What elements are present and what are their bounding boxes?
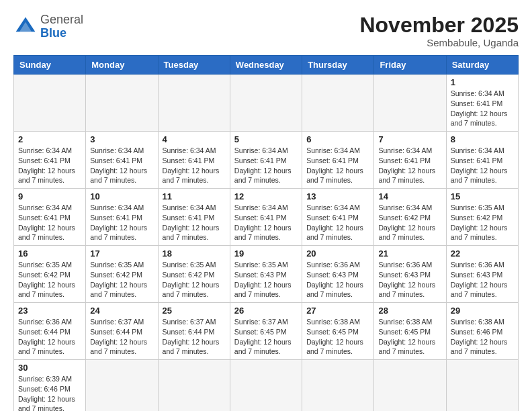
day-cell xyxy=(86,360,158,411)
day-cell xyxy=(374,360,446,411)
day-number: 8 xyxy=(451,134,514,144)
day-info: Sunrise: 6:34 AM Sunset: 6:41 PM Dayligh… xyxy=(234,203,298,242)
week-row-3: 9Sunrise: 6:34 AM Sunset: 6:41 PM Daylig… xyxy=(14,189,519,246)
day-number: 25 xyxy=(163,306,226,316)
week-row-4: 16Sunrise: 6:35 AM Sunset: 6:42 PM Dayli… xyxy=(14,246,519,303)
weekday-header-wednesday: Wednesday xyxy=(230,56,302,75)
day-cell: 10Sunrise: 6:34 AM Sunset: 6:41 PM Dayli… xyxy=(86,189,158,246)
day-number: 9 xyxy=(18,191,81,201)
day-cell: 18Sunrise: 6:35 AM Sunset: 6:42 PM Dayli… xyxy=(158,246,230,303)
day-info: Sunrise: 6:35 AM Sunset: 6:42 PM Dayligh… xyxy=(18,260,81,300)
day-cell xyxy=(446,360,518,411)
day-info: Sunrise: 6:38 AM Sunset: 6:45 PM Dayligh… xyxy=(378,317,441,357)
logo-text: General Blue xyxy=(40,13,83,40)
page-header: General Blue November 2025 Sembabule, Ug… xyxy=(13,13,519,48)
weekday-header-friday: Friday xyxy=(374,56,446,75)
day-number: 30 xyxy=(18,363,81,373)
day-info: Sunrise: 6:36 AM Sunset: 6:43 PM Dayligh… xyxy=(378,260,441,300)
day-info: Sunrise: 6:35 AM Sunset: 6:42 PM Dayligh… xyxy=(451,203,514,242)
day-cell xyxy=(158,75,230,132)
week-row-5: 23Sunrise: 6:36 AM Sunset: 6:44 PM Dayli… xyxy=(14,303,519,360)
day-cell: 15Sunrise: 6:35 AM Sunset: 6:42 PM Dayli… xyxy=(446,189,518,246)
day-info: Sunrise: 6:38 AM Sunset: 6:45 PM Dayligh… xyxy=(306,317,369,357)
day-cell: 13Sunrise: 6:34 AM Sunset: 6:41 PM Dayli… xyxy=(302,189,374,246)
day-number: 29 xyxy=(451,306,514,316)
day-cell: 16Sunrise: 6:35 AM Sunset: 6:42 PM Dayli… xyxy=(14,246,86,303)
day-info: Sunrise: 6:35 AM Sunset: 6:42 PM Dayligh… xyxy=(163,260,226,300)
day-number: 10 xyxy=(90,191,153,201)
day-number: 23 xyxy=(18,306,81,316)
day-cell: 7Sunrise: 6:34 AM Sunset: 6:41 PM Daylig… xyxy=(374,132,446,189)
day-number: 14 xyxy=(378,191,441,201)
day-number: 17 xyxy=(90,248,153,259)
day-cell: 20Sunrise: 6:36 AM Sunset: 6:43 PM Dayli… xyxy=(302,246,374,303)
day-info: Sunrise: 6:34 AM Sunset: 6:41 PM Dayligh… xyxy=(18,146,81,185)
day-number: 4 xyxy=(163,134,226,144)
day-info: Sunrise: 6:35 AM Sunset: 6:42 PM Dayligh… xyxy=(90,260,153,300)
day-cell xyxy=(86,75,158,132)
day-number: 13 xyxy=(306,191,369,201)
day-number: 6 xyxy=(306,134,369,144)
day-number: 20 xyxy=(306,248,369,259)
day-cell: 12Sunrise: 6:34 AM Sunset: 6:41 PM Dayli… xyxy=(230,189,302,246)
day-cell xyxy=(230,75,302,132)
day-info: Sunrise: 6:37 AM Sunset: 6:44 PM Dayligh… xyxy=(163,317,226,357)
day-cell: 28Sunrise: 6:38 AM Sunset: 6:45 PM Dayli… xyxy=(374,303,446,360)
weekday-header-thursday: Thursday xyxy=(302,56,374,75)
day-cell: 19Sunrise: 6:35 AM Sunset: 6:43 PM Dayli… xyxy=(230,246,302,303)
day-cell: 3Sunrise: 6:34 AM Sunset: 6:41 PM Daylig… xyxy=(86,132,158,189)
day-info: Sunrise: 6:34 AM Sunset: 6:41 PM Dayligh… xyxy=(90,146,153,185)
day-number: 3 xyxy=(90,134,153,144)
week-row-6: 30Sunrise: 6:39 AM Sunset: 6:46 PM Dayli… xyxy=(14,360,519,411)
day-info: Sunrise: 6:39 AM Sunset: 6:46 PM Dayligh… xyxy=(18,374,81,411)
week-row-2: 2Sunrise: 6:34 AM Sunset: 6:41 PM Daylig… xyxy=(14,132,519,189)
day-info: Sunrise: 6:34 AM Sunset: 6:41 PM Dayligh… xyxy=(234,146,298,185)
day-cell: 5Sunrise: 6:34 AM Sunset: 6:41 PM Daylig… xyxy=(230,132,302,189)
day-cell: 17Sunrise: 6:35 AM Sunset: 6:42 PM Dayli… xyxy=(86,246,158,303)
day-info: Sunrise: 6:34 AM Sunset: 6:41 PM Dayligh… xyxy=(163,203,226,242)
day-cell xyxy=(14,75,86,132)
weekday-header-monday: Monday xyxy=(86,56,158,75)
day-cell: 2Sunrise: 6:34 AM Sunset: 6:41 PM Daylig… xyxy=(14,132,86,189)
day-number: 12 xyxy=(234,191,298,201)
day-cell: 1Sunrise: 6:34 AM Sunset: 6:41 PM Daylig… xyxy=(446,75,518,132)
day-cell: 25Sunrise: 6:37 AM Sunset: 6:44 PM Dayli… xyxy=(158,303,230,360)
weekday-header-tuesday: Tuesday xyxy=(158,56,230,75)
day-cell: 29Sunrise: 6:38 AM Sunset: 6:46 PM Dayli… xyxy=(446,303,518,360)
weekday-header-saturday: Saturday xyxy=(446,56,518,75)
day-cell: 9Sunrise: 6:34 AM Sunset: 6:41 PM Daylig… xyxy=(14,189,86,246)
day-info: Sunrise: 6:34 AM Sunset: 6:41 PM Dayligh… xyxy=(451,146,514,185)
day-info: Sunrise: 6:36 AM Sunset: 6:43 PM Dayligh… xyxy=(306,260,369,300)
day-number: 26 xyxy=(234,306,298,316)
day-cell: 23Sunrise: 6:36 AM Sunset: 6:44 PM Dayli… xyxy=(14,303,86,360)
day-info: Sunrise: 6:36 AM Sunset: 6:43 PM Dayligh… xyxy=(451,260,514,300)
weekday-header-row: SundayMondayTuesdayWednesdayThursdayFrid… xyxy=(14,56,519,75)
logo: General Blue xyxy=(13,13,83,40)
day-cell xyxy=(158,360,230,411)
day-number: 15 xyxy=(451,191,514,201)
day-cell xyxy=(374,75,446,132)
day-cell: 4Sunrise: 6:34 AM Sunset: 6:41 PM Daylig… xyxy=(158,132,230,189)
weekday-header-sunday: Sunday xyxy=(14,56,86,75)
day-info: Sunrise: 6:34 AM Sunset: 6:41 PM Dayligh… xyxy=(378,146,441,185)
day-info: Sunrise: 6:35 AM Sunset: 6:43 PM Dayligh… xyxy=(234,260,298,300)
day-info: Sunrise: 6:34 AM Sunset: 6:42 PM Dayligh… xyxy=(378,203,441,242)
day-cell: 24Sunrise: 6:37 AM Sunset: 6:44 PM Dayli… xyxy=(86,303,158,360)
day-cell: 6Sunrise: 6:34 AM Sunset: 6:41 PM Daylig… xyxy=(302,132,374,189)
day-info: Sunrise: 6:34 AM Sunset: 6:41 PM Dayligh… xyxy=(306,203,369,242)
day-number: 19 xyxy=(234,248,298,259)
day-number: 28 xyxy=(378,306,441,316)
day-cell: 30Sunrise: 6:39 AM Sunset: 6:46 PM Dayli… xyxy=(14,360,86,411)
day-cell: 21Sunrise: 6:36 AM Sunset: 6:43 PM Dayli… xyxy=(374,246,446,303)
day-cell: 26Sunrise: 6:37 AM Sunset: 6:45 PM Dayli… xyxy=(230,303,302,360)
day-info: Sunrise: 6:34 AM Sunset: 6:41 PM Dayligh… xyxy=(451,89,514,128)
day-number: 2 xyxy=(18,134,81,144)
week-row-1: 1Sunrise: 6:34 AM Sunset: 6:41 PM Daylig… xyxy=(14,75,519,132)
day-info: Sunrise: 6:36 AM Sunset: 6:44 PM Dayligh… xyxy=(18,317,81,357)
day-cell: 14Sunrise: 6:34 AM Sunset: 6:42 PM Dayli… xyxy=(374,189,446,246)
calendar-table: SundayMondayTuesdayWednesdayThursdayFrid… xyxy=(13,55,519,411)
day-number: 27 xyxy=(306,306,369,316)
month-title: November 2025 xyxy=(359,13,519,37)
day-info: Sunrise: 6:34 AM Sunset: 6:41 PM Dayligh… xyxy=(163,146,226,185)
day-cell: 8Sunrise: 6:34 AM Sunset: 6:41 PM Daylig… xyxy=(446,132,518,189)
